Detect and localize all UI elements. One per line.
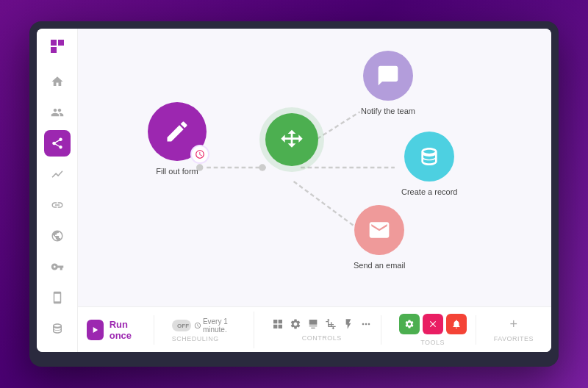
toolbar: Run once OFF Every 1 minute. SCHEDULING: [78, 306, 551, 352]
sidebar-item-key[interactable]: [44, 254, 71, 280]
clock-badge: [190, 145, 209, 164]
database-icon: [417, 145, 441, 168]
monitor-icon[interactable]: [307, 318, 319, 330]
app-logo: [47, 37, 68, 55]
scheduling-section: OFF Every 1 minute. SCHEDULING: [163, 312, 254, 348]
tools-label: TOOLS: [420, 339, 445, 346]
canvas-area[interactable]: Fill out form: [78, 29, 551, 306]
sidebar-item-link[interactable]: [44, 192, 71, 218]
transform-icon[interactable]: [325, 318, 337, 330]
grid-icon[interactable]: [272, 318, 284, 330]
run-section: Run once: [87, 315, 154, 345]
svg-line-3: [294, 182, 360, 230]
controls-section: CONTROLS: [263, 315, 381, 345]
run-button[interactable]: [87, 320, 104, 340]
toggle-off-label: OFF: [177, 322, 189, 328]
run-once-label: Run once: [110, 319, 145, 341]
settings-controls-icon[interactable]: [290, 318, 301, 330]
hub-icon: [280, 128, 304, 151]
tool-btn-notification[interactable]: [446, 314, 467, 334]
node-email-label: Send an email: [354, 261, 405, 270]
play-icon: [90, 325, 100, 335]
sidebar-nav: [44, 68, 71, 352]
sidebar-item-globe[interactable]: [44, 223, 71, 249]
scheduling-label: SCHEDULING: [172, 335, 245, 342]
sidebar-item-team[interactable]: [44, 99, 71, 126]
clock-icon: [195, 149, 205, 159]
tool-btn-green[interactable]: [399, 314, 420, 334]
edit-icon: [164, 118, 190, 145]
close-tool-icon: [428, 319, 438, 329]
clock-small-icon: [194, 321, 201, 330]
laptop-screen: Fill out form: [37, 29, 551, 352]
tool-btn-error[interactable]: [423, 314, 443, 334]
favorites-section: + FAVORITES: [485, 317, 542, 342]
schedule-frequency: Every 1 minute.: [194, 317, 245, 334]
sidebar-item-home[interactable]: [44, 68, 71, 95]
node-record[interactable]: Create a record: [401, 132, 457, 196]
favorites-plus[interactable]: +: [510, 317, 518, 331]
node-email[interactable]: Send an email: [354, 205, 405, 270]
node-notify-label: Notify the team: [361, 107, 415, 115]
tools-section: TOOLS: [390, 315, 476, 345]
notification-tool-icon: [451, 319, 462, 329]
node-hub[interactable]: [265, 113, 318, 166]
bolt-icon[interactable]: [343, 318, 354, 330]
main-content: Fill out form: [78, 29, 551, 352]
sidebar-item-share[interactable]: [44, 130, 71, 157]
email-icon: [368, 218, 391, 242]
scheduling-toggle[interactable]: OFF: [172, 320, 191, 331]
node-notify[interactable]: Notify the team: [361, 51, 415, 115]
favorites-label: FAVORITES: [494, 335, 534, 342]
node-record-label: Create a record: [401, 187, 457, 196]
sidebar-item-analytics[interactable]: [44, 161, 71, 187]
chat-icon: [376, 64, 400, 87]
settings-tool-icon: [404, 319, 415, 329]
sidebar-item-phone[interactable]: [44, 284, 71, 311]
laptop-frame: Fill out form: [29, 21, 559, 367]
sidebar: [37, 29, 78, 352]
node-form[interactable]: Fill out form: [148, 102, 207, 176]
node-form-label: Fill out form: [156, 167, 198, 176]
sidebar-item-database[interactable]: [44, 315, 71, 342]
controls-label: CONTROLS: [302, 334, 342, 342]
sidebar-item-more[interactable]: [44, 346, 71, 352]
more-horiz-icon[interactable]: [360, 318, 372, 330]
